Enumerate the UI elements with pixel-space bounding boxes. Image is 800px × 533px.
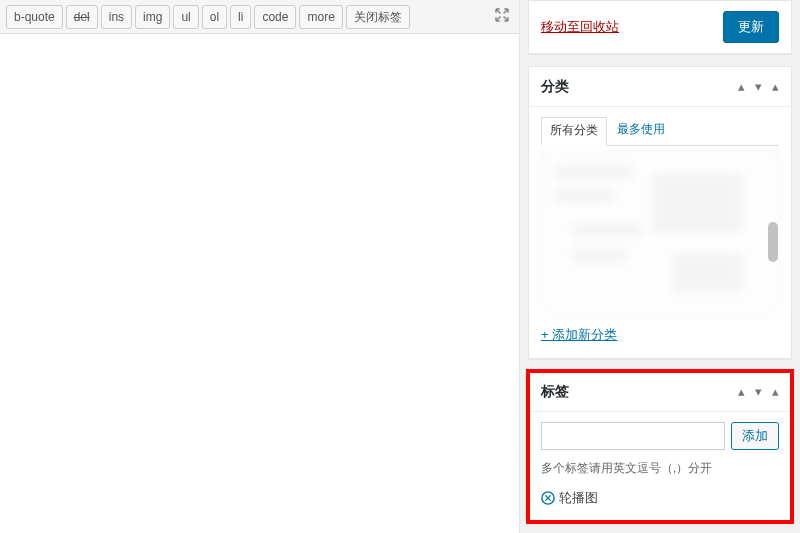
tags-header: 标签 ▴ ▾ ▴: [529, 372, 791, 412]
category-list[interactable]: [541, 152, 779, 314]
img-button[interactable]: img: [135, 5, 170, 29]
add-new-category-link[interactable]: + 添加新分类: [541, 326, 617, 344]
editor-column: b-quote del ins img ul ol li code more 关…: [0, 0, 520, 533]
sidebar-column: 移动至回收站 更新 分类 ▴ ▾ ▴ 所有分类 最多使用: [520, 0, 800, 533]
move-to-trash-link[interactable]: 移动至回收站: [541, 18, 619, 36]
editor-textarea[interactable]: [0, 34, 519, 533]
fullscreen-icon[interactable]: [493, 6, 511, 27]
collapse-icon[interactable]: ▴: [772, 79, 779, 94]
existing-tag: 轮播图: [541, 489, 779, 507]
tags-metabox: 标签 ▴ ▾ ▴ 添加 多个标签请用英文逗号（,）分开 轮播图: [528, 371, 792, 522]
add-tag-button[interactable]: 添加: [731, 422, 779, 450]
tag-input[interactable]: [541, 422, 725, 450]
move-up-icon[interactable]: ▴: [738, 79, 745, 94]
editor-toolbar: b-quote del ins img ul ol li code more 关…: [0, 0, 519, 34]
del-button-label: del: [74, 10, 90, 24]
publish-metabox: 移动至回收站 更新: [528, 0, 792, 54]
close-tags-button[interactable]: 关闭标签: [346, 5, 410, 29]
page-layout: b-quote del ins img ul ol li code more 关…: [0, 0, 800, 533]
categories-header: 分类 ▴ ▾ ▴: [529, 67, 791, 107]
category-list-wrap: [541, 152, 779, 314]
bquote-button[interactable]: b-quote: [6, 5, 63, 29]
remove-tag-icon[interactable]: [541, 491, 555, 505]
ul-button[interactable]: ul: [173, 5, 198, 29]
tags-move-down-icon[interactable]: ▾: [755, 384, 762, 399]
category-tabs: 所有分类 最多使用: [541, 117, 779, 146]
code-button[interactable]: code: [254, 5, 296, 29]
ins-button[interactable]: ins: [101, 5, 132, 29]
tab-all-categories[interactable]: 所有分类: [541, 117, 607, 146]
existing-tag-label: 轮播图: [559, 489, 598, 507]
move-down-icon[interactable]: ▾: [755, 79, 762, 94]
tags-collapse-icon[interactable]: ▴: [772, 384, 779, 399]
tags-move-up-icon[interactable]: ▴: [738, 384, 745, 399]
del-button[interactable]: del: [66, 5, 98, 29]
tab-most-used[interactable]: 最多使用: [609, 117, 673, 145]
ol-button[interactable]: ol: [202, 5, 227, 29]
categories-title: 分类: [541, 78, 738, 96]
li-button[interactable]: li: [230, 5, 251, 29]
category-scrollbar[interactable]: [768, 222, 778, 262]
more-button[interactable]: more: [299, 5, 342, 29]
tag-hint: 多个标签请用英文逗号（,）分开: [541, 460, 779, 477]
tags-title: 标签: [541, 383, 738, 401]
update-button[interactable]: 更新: [723, 11, 779, 43]
categories-metabox: 分类 ▴ ▾ ▴ 所有分类 最多使用: [528, 66, 792, 359]
